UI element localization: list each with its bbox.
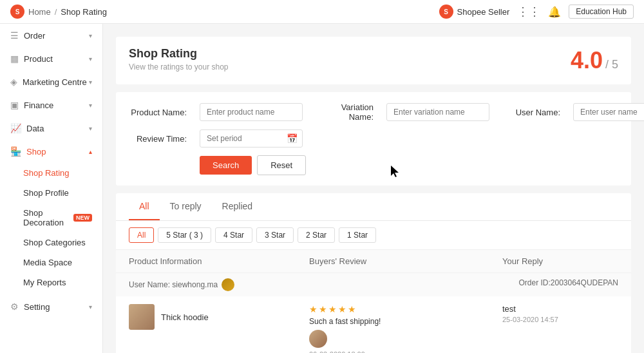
star-filter-1[interactable]: 1 Star (339, 227, 376, 243)
sidebar-item-data[interactable]: 📈 Data ▾ (0, 117, 102, 140)
sidebar-item-product[interactable]: ▦ Product ▾ (0, 47, 102, 70)
review-row-1-header: User Name: siewhong.ma Order ID:2003064Q… (116, 273, 631, 296)
product-icon: ▦ (10, 53, 19, 64)
main-content: Shop Rating View the ratings to your sho… (103, 24, 644, 353)
reset-button[interactable]: Reset (257, 155, 306, 175)
user-name-input[interactable] (573, 103, 644, 121)
finance-icon: ▣ (10, 100, 19, 110)
variation-name-label: Variation Name: (316, 102, 374, 122)
stars-1: ★ ★ ★ ★ ★ (309, 304, 502, 314)
rating-denom: / 5 (605, 58, 618, 72)
review-body-1: Thick hoodie ★ ★ ★ ★ ★ Such a fast shipp… (116, 296, 631, 353)
chevron-finance: ▾ (89, 102, 92, 109)
sidebar-label-product: Product (24, 54, 53, 64)
search-button[interactable]: Search (200, 156, 252, 175)
tab-replied[interactable]: Replied (212, 193, 263, 220)
rating-value: 4.0 (571, 47, 603, 74)
data-icon: 📈 (10, 123, 21, 133)
sidebar-label-marketing: Marketing Centre (23, 77, 87, 87)
user-info-1: User Name: siewhong.ma (129, 278, 238, 291)
top-nav: S Home / Shop Rating S Shopee Seller ⋮⋮ … (0, 0, 644, 24)
review-date-1: 06-03-2020 18:09 (309, 350, 502, 353)
page-subtitle: View the ratings to your shop (129, 62, 229, 72)
marketing-icon: ◈ (10, 77, 17, 87)
sidebar-item-shop[interactable]: 🏪 Shop ▴ (0, 140, 102, 163)
sidebar-sub-my-reports[interactable]: My Reports (0, 272, 102, 292)
chevron-setting: ▾ (89, 303, 92, 310)
user-name-label-1: User Name: siewhong.ma (129, 280, 218, 289)
sidebar-sub-shop-decoration[interactable]: Shop Decoration NEW (0, 203, 102, 233)
new-badge: NEW (73, 214, 92, 222)
sidebar-item-setting[interactable]: ⚙ Setting ▾ (0, 295, 102, 318)
sidebar-item-finance[interactable]: ▣ Finance ▾ (0, 93, 102, 117)
tab-all[interactable]: All (129, 193, 160, 220)
star-filter-all[interactable]: All (129, 227, 154, 243)
filter-row-1: Product Name: Variation Name: User Name: (129, 102, 618, 122)
review-row-1: User Name: siewhong.ma Order ID:2003064Q… (116, 273, 631, 353)
review-text-1: Such a fast shipping! (309, 317, 502, 326)
tabs-section: All To reply Replied All 5 Star ( 3 ) 4 … (116, 193, 631, 353)
user-name-label: User Name: (502, 108, 560, 117)
button-row: Search Reset (129, 155, 618, 175)
chevron-marketing: ▾ (89, 79, 92, 86)
breadcrumb-separator: / (55, 7, 57, 17)
sidebar: ☰ Order ▾ ▦ Product ▾ ◈ Marketing Centre… (0, 24, 103, 353)
star-filter-5[interactable]: 5 Star ( 3 ) (158, 227, 211, 243)
star-filter-3[interactable]: 3 Star (256, 227, 294, 243)
order-id-1: Order ID:2003064QUDEPAN (518, 278, 618, 291)
breadcrumb-current: Shop Rating (61, 7, 107, 17)
product-info-1: Thick hoodie (129, 304, 309, 330)
top-nav-right: S Shopee Seller ⋮⋮ 🔔 Education Hub (439, 5, 634, 19)
table-header: Product Information Buyers' Review Your … (116, 250, 631, 273)
chevron-shop: ▴ (89, 148, 92, 155)
product-name-input[interactable] (200, 103, 303, 121)
star-filter-4[interactable]: 4 Star (215, 227, 252, 243)
reply-date-1: 25-03-2020 14:57 (502, 316, 618, 323)
reviewer-thumb-1 (309, 330, 327, 348)
buyers-review-1: ★ ★ ★ ★ ★ Such a fast shipping! 06-03-20… (309, 304, 502, 353)
sidebar-sub-media-space[interactable]: Media Space (0, 253, 102, 272)
filter-row-2: Review Time: 📅 (129, 129, 618, 148)
education-hub-button[interactable]: Education Hub (569, 5, 634, 19)
setting-icon: ⚙ (10, 301, 19, 312)
order-icon: ☰ (10, 30, 19, 41)
sidebar-item-marketing[interactable]: ◈ Marketing Centre ▾ (0, 70, 102, 93)
sidebar-sub-shop-categories[interactable]: Shop Categories (0, 233, 102, 253)
reply-text-1: test (502, 304, 618, 314)
sidebar-label-finance: Finance (24, 100, 53, 110)
variation-name-input[interactable] (386, 103, 489, 121)
star-filter: All 5 Star ( 3 ) 4 Star 3 Star 2 Star 1 … (116, 221, 631, 250)
col-your-reply: Your Reply (502, 256, 618, 266)
seller-badge: S Shopee Seller (439, 5, 510, 19)
date-input-wrap: 📅 (200, 129, 303, 148)
col-buyers-review: Buyers' Review (309, 256, 502, 266)
chevron-order: ▾ (89, 32, 92, 39)
star-filter-2[interactable]: 2 Star (298, 227, 335, 243)
col-product-info: Product Information (129, 256, 309, 266)
sidebar-item-order[interactable]: ☰ Order ▾ (0, 24, 102, 47)
product-name-1: Thick hoodie (161, 312, 209, 322)
your-reply-1: test 25-03-2020 14:57 (502, 304, 618, 323)
page-header: Shop Rating View the ratings to your sho… (116, 37, 631, 84)
seller-name: Shopee Seller (457, 7, 510, 17)
grid-icon[interactable]: ⋮⋮ (517, 5, 540, 19)
sidebar-label-order: Order (24, 31, 45, 41)
rating-display: 4.0 / 5 (571, 47, 618, 74)
page-title: Shop Rating (129, 47, 229, 61)
breadcrumb: S Home / Shop Rating (10, 5, 107, 19)
product-thumb-1 (129, 304, 155, 330)
user-avatar-1 (222, 278, 234, 291)
seller-icon: S (439, 5, 453, 19)
sidebar-sub-shop-rating[interactable]: Shop Rating (0, 163, 102, 183)
review-time-label: Review Time: (129, 134, 187, 144)
shopee-logo: S (10, 5, 24, 19)
product-name-label: Product Name: (129, 108, 187, 117)
calendar-icon: 📅 (287, 133, 298, 144)
sidebar-shop-submenu: Shop Rating Shop Profile Shop Decoration… (0, 163, 102, 292)
breadcrumb-home[interactable]: Home (28, 7, 51, 17)
filters-section: Product Name: Variation Name: User Name:… (116, 92, 631, 186)
bell-icon[interactable]: 🔔 (548, 6, 561, 18)
sidebar-sub-shop-profile[interactable]: Shop Profile (0, 183, 102, 203)
tab-to-reply[interactable]: To reply (160, 193, 212, 220)
sidebar-label-data: Data (26, 124, 44, 133)
